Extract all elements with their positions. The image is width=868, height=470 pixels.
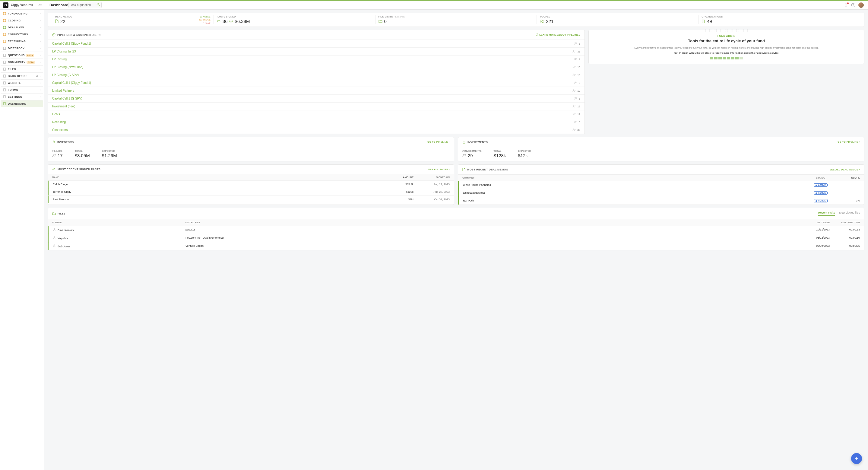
- table-row[interactable]: Terrence Giggy $123k Aug 27, 2023: [48, 188, 454, 195]
- pipeline-row[interactable]: Connectors 32: [48, 126, 585, 134]
- pipeline-row[interactable]: LP Closing (New Fund) 13: [48, 63, 585, 71]
- pipeline-row[interactable]: Limited Partners 17: [48, 87, 585, 94]
- nav-icon: [3, 40, 6, 43]
- files-panel: FILES Recent visits Most viewed files VI…: [48, 208, 864, 250]
- folder-icon: [378, 20, 382, 23]
- nav-icon: [3, 54, 6, 57]
- table-row[interactable]: testtesttesttesttest ACTIVE: [458, 189, 864, 197]
- building-icon: [702, 20, 705, 23]
- svg-point-52: [465, 154, 466, 155]
- see-all-pacts[interactable]: SEE ALL PACTS ›: [428, 168, 450, 171]
- nav-icon: [3, 47, 6, 50]
- people-icon: [572, 105, 576, 108]
- sidebar-item-back-office[interactable]: BACK OFFICE⇄›: [1, 73, 43, 80]
- learn-more-link[interactable]: ⓘLEARN MORE ABOUT PIPELINES: [536, 33, 580, 36]
- handshake-icon: [217, 20, 221, 23]
- tab-most-viewed[interactable]: Most viewed files: [839, 211, 860, 216]
- pipeline-row[interactable]: Recruiting 5: [48, 118, 585, 126]
- stat-people[interactable]: PEOPLE 221: [537, 15, 699, 24]
- people-icon: [572, 50, 576, 53]
- sidebar-item-dealflow[interactable]: DEALFLOW›: [1, 24, 43, 31]
- svg-point-34: [575, 82, 576, 83]
- pipeline-row[interactable]: Capital Call 1 (G SPV) 1: [48, 94, 585, 102]
- sidebar-item-forms[interactable]: FORMS›: [1, 87, 43, 94]
- help-icon[interactable]: ?: [851, 3, 855, 7]
- user-avatar[interactable]: [858, 2, 864, 8]
- notifications-icon[interactable]: [844, 3, 848, 7]
- sidebar-item-community[interactable]: COMMUNITYBETA›: [1, 59, 43, 66]
- see-all-memos[interactable]: SEE ALL DEAL MEMOS ›: [829, 168, 860, 171]
- sidebar-item-connectors[interactable]: CONNECTORS›: [1, 31, 43, 38]
- pipeline-row[interactable]: Deals 17: [48, 110, 585, 118]
- table-row[interactable]: Ralph Ringer $65.7k Aug 27, 2023: [48, 180, 454, 188]
- pipeline-row[interactable]: Capital Call 2 (Giggy Fund 1) 5: [48, 39, 585, 48]
- pipeline-row[interactable]: LP Closing 7: [48, 55, 585, 63]
- chevron-right-icon: ›: [40, 26, 41, 29]
- table-row[interactable]: Dias Iskrayev pact (1) 10/11/2023 00:00:…: [48, 226, 864, 234]
- add-button[interactable]: +: [851, 453, 862, 464]
- sidebar-item-dashboard[interactable]: DASHBOARD: [1, 100, 43, 107]
- table-row[interactable]: Yoyo Ma Foo.com Inc - Deal Memo (test) 0…: [48, 234, 864, 242]
- header: G Giggy Ventures Dashboard ?: [0, 1, 868, 10]
- status-badge: ACTIVE: [814, 191, 828, 195]
- sidebar-item-directory[interactable]: DIRECTORY›: [1, 45, 43, 52]
- handshake-icon: [52, 168, 56, 171]
- table-row[interactable]: Rat Pack ACTIVE 3.0: [458, 197, 864, 205]
- table-row[interactable]: White House Partners F ACTIVE: [458, 181, 864, 189]
- sidebar-item-fundraising[interactable]: FUNDRAISING›: [1, 10, 43, 17]
- nav-icon: [3, 19, 6, 22]
- sidebar-collapse-button[interactable]: [37, 4, 43, 7]
- go-to-investments-pipeline[interactable]: GO TO PIPELINE ›: [838, 140, 860, 143]
- svg-point-36: [574, 90, 574, 91]
- status-badge: ACTIVE: [814, 199, 828, 202]
- svg-rect-11: [3, 68, 6, 70]
- pipeline-row[interactable]: LP Closing (G SPV) 15: [48, 71, 585, 79]
- document-icon: [462, 168, 465, 171]
- svg-point-41: [575, 105, 576, 106]
- stat-orgs[interactable]: ORGANIZATIONS 49: [699, 15, 860, 24]
- svg-rect-10: [3, 61, 6, 63]
- svg-point-39: [576, 98, 577, 98]
- people-icon: [574, 58, 578, 61]
- sidebar-item-recruiting[interactable]: RECRUITING›: [1, 38, 43, 45]
- investors-panel: INVESTORS GO TO PIPELINE › # LEADS 17 TO…: [48, 137, 454, 161]
- svg-point-44: [575, 121, 576, 122]
- pipeline-row[interactable]: LP Closing Jun23 33: [48, 48, 585, 55]
- sidebar-item-files[interactable]: FILES›: [1, 66, 43, 73]
- sidebar-item-questions[interactable]: QUESTIONSBETA›: [1, 52, 43, 59]
- table-row[interactable]: Paul Paulson $1M Oct 31, 2023: [48, 195, 454, 203]
- table-row[interactable]: Bob Jones Venture Capital 02/09/2023 00:…: [48, 242, 864, 250]
- svg-point-23: [53, 34, 54, 35]
- pipeline-row[interactable]: Capital Call 1 (Giggy Fund 1) 5: [48, 79, 585, 87]
- pipeline-row[interactable]: Investment (new) 12: [48, 102, 585, 110]
- people-icon: [572, 73, 576, 76]
- pipeline-icon: [52, 33, 56, 36]
- search-icon[interactable]: [96, 3, 100, 6]
- stat-deal-memos[interactable]: DEAL MEMOS 22 11 ACTIVE 4 APPROVE 4 PASS: [52, 15, 214, 24]
- svg-point-51: [463, 154, 464, 155]
- stat-file-visits[interactable]: FILE VISITS (last 24h) 0: [375, 15, 537, 24]
- svg-point-19: [541, 20, 542, 21]
- people-icon: [572, 113, 576, 116]
- chevron-right-icon: ›: [40, 82, 41, 85]
- nav-icon: [3, 26, 6, 29]
- investments-panel: INVESTMENTS GO TO PIPELINE › # INVESTMEN…: [458, 137, 864, 161]
- svg-point-29: [576, 59, 577, 59]
- nav-icon: [3, 82, 6, 85]
- sidebar-item-closing[interactable]: CLOSING›: [1, 17, 43, 24]
- svg-point-46: [574, 129, 574, 130]
- beta-badge: BETA: [26, 54, 34, 57]
- sidebar: FUNDRAISING›CLOSING›DEALFLOW›CONNECTORS›…: [0, 10, 44, 470]
- tab-recent-visits[interactable]: Recent visits: [818, 211, 835, 216]
- app-logo[interactable]: G: [3, 2, 8, 8]
- stat-pacts[interactable]: PACTS SIGNED 36 $ $6.38M: [214, 15, 375, 24]
- svg-point-42: [574, 113, 574, 114]
- svg-rect-3: [3, 12, 6, 15]
- org-name[interactable]: Giggy Ventures: [11, 3, 33, 7]
- sidebar-item-website[interactable]: WEBSITE›: [1, 80, 43, 87]
- chevron-right-icon: ›: [40, 68, 41, 71]
- sidebar-item-settings[interactable]: SETTINGS›: [1, 94, 43, 100]
- people-icon: [540, 20, 544, 23]
- svg-text:?: ?: [852, 4, 854, 7]
- go-to-investors-pipeline[interactable]: GO TO PIPELINE ›: [427, 140, 450, 143]
